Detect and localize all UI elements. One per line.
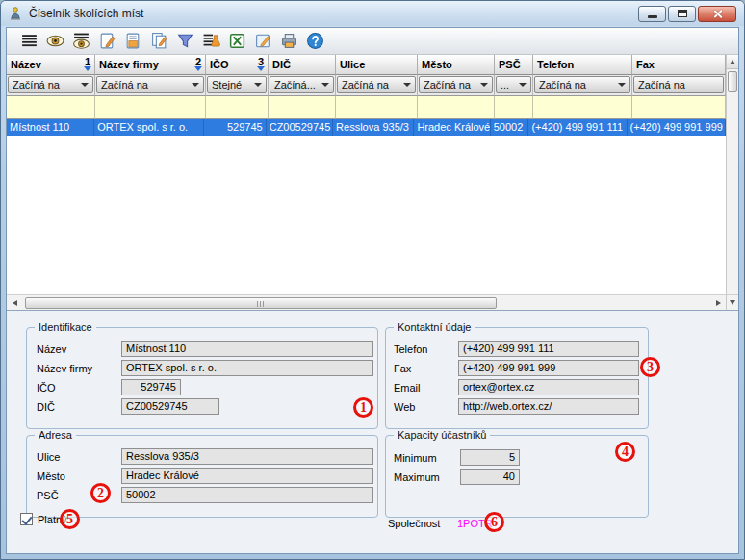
filter-dropdown-nazev-firmy[interactable]: Začíná na — [96, 76, 204, 93]
column-header-psc[interactable]: PSČ — [495, 55, 533, 75]
column-header-mesto[interactable]: Město — [418, 55, 495, 75]
edit-record-button[interactable] — [120, 30, 146, 53]
view-button[interactable] — [42, 30, 68, 53]
cell-telefon[interactable]: (+420) 499 991 111 — [528, 119, 627, 136]
edit-cell[interactable] — [495, 96, 533, 119]
export-excel-button[interactable] — [224, 30, 250, 53]
group-kapacity: Kapacity účastníků Minimum 5 Maximum 40 — [385, 435, 649, 518]
cell-fax[interactable]: (+420) 499 991 999 — [628, 119, 726, 136]
minimize-button[interactable] — [638, 6, 666, 22]
field-label-dic: DIČ — [37, 399, 55, 416]
annotation-4: 4 — [615, 442, 635, 462]
cell-psc[interactable]: 50002 — [491, 119, 529, 136]
vertical-scroll-thumb[interactable] — [728, 71, 737, 92]
cell-ico[interactable]: 529745 — [204, 119, 266, 136]
horizontal-scrollbar[interactable] — [7, 294, 726, 310]
edit-cell[interactable] — [632, 96, 726, 119]
horizontal-scroll-thumb[interactable] — [25, 297, 497, 309]
field-label-mesto: Město — [37, 469, 65, 485]
field-psc[interactable]: 50002 — [121, 487, 373, 503]
maximize-icon — [678, 10, 687, 17]
cell-dic[interactable]: CZ00529745 — [267, 119, 333, 136]
field-fax[interactable]: (+420) 499 991 999 — [458, 360, 639, 376]
view-browse-button[interactable] — [68, 30, 94, 53]
arrow-down-icon — [730, 300, 735, 305]
edit-cell[interactable] — [7, 96, 95, 119]
print-button[interactable] — [276, 30, 302, 53]
excel-icon — [228, 32, 246, 50]
data-grid: Název1 Název firmy2 IČO3 DIČ Ulice Město… — [7, 55, 738, 311]
printer-icon — [280, 32, 298, 50]
column-header-nazev-firmy[interactable]: Název firmy2 — [95, 55, 206, 75]
field-ico[interactable]: 529745 — [121, 379, 181, 395]
field-mesto[interactable]: Hradec Králové — [121, 468, 373, 484]
grid-header-row: Název1 Název firmy2 IČO3 DIČ Ulice Město… — [7, 55, 726, 75]
column-header-ulice[interactable]: Ulice — [336, 55, 418, 75]
vertical-scrollbar[interactable] — [726, 55, 738, 294]
edit-form-button[interactable] — [250, 30, 276, 53]
new-record-button[interactable] — [94, 30, 120, 53]
scroll-right-button[interactable] — [710, 295, 726, 310]
field-dic[interactable]: CZ00529745 — [121, 398, 219, 415]
selected-row[interactable]: Místnost 110 ORTEX spol. s r. o. 529745 … — [7, 119, 726, 136]
column-header-telefon[interactable]: Telefon — [533, 55, 632, 75]
edit-cell[interactable] — [533, 96, 632, 119]
title-bar[interactable]: Číselník školících míst — [1, 1, 744, 26]
filter-dropdown-mesto[interactable]: Začíná na — [419, 76, 493, 93]
edit-cell[interactable] — [206, 96, 269, 119]
field-label-psc: PSČ — [37, 488, 59, 504]
edit-cell[interactable] — [95, 96, 206, 119]
close-button[interactable] — [698, 6, 736, 22]
field-label-nazev: Název — [37, 342, 66, 358]
column-header-fax[interactable]: Fax — [632, 55, 726, 75]
filter-dropdown-nazev[interactable]: Začíná na — [8, 76, 93, 93]
document-pencil-icon — [98, 32, 116, 50]
column-header-dic[interactable]: DIČ — [269, 55, 336, 75]
grid-filter-row: Začíná na Začíná na Stejné Začíná... Zač… — [7, 75, 726, 96]
scroll-down-button[interactable] — [726, 294, 738, 310]
field-web[interactable]: http://web.ortex.cz/ — [458, 398, 639, 415]
field-minimum[interactable]: 5 — [460, 449, 520, 466]
field-nazev-firmy[interactable]: ORTEX spol. s r. o. — [121, 360, 373, 376]
cell-nazev[interactable]: Místnost 110 — [7, 119, 94, 136]
filter-dropdown-ulice[interactable]: Začíná na — [337, 76, 416, 93]
app-window: Číselník školících míst — [0, 0, 745, 560]
chevron-down-icon — [81, 83, 89, 87]
filter-button[interactable] — [172, 30, 198, 53]
chevron-down-icon — [192, 83, 199, 87]
annotation-5: 5 — [60, 509, 80, 529]
field-email[interactable]: ortex@ortex.cz — [458, 379, 639, 395]
help-button[interactable] — [302, 30, 328, 53]
field-ulice[interactable]: Resslova 935/3 — [121, 448, 373, 465]
column-header-ico[interactable]: IČO3 — [206, 55, 269, 75]
row-list-button[interactable] — [16, 30, 42, 53]
cell-mesto[interactable]: Hradec Králové — [414, 119, 490, 136]
field-telefon[interactable]: (+420) 499 991 111 — [458, 341, 639, 357]
filter-dropdown-dic[interactable]: Začíná... — [270, 76, 334, 93]
aggregate-button[interactable] — [198, 30, 224, 53]
edit-cell[interactable] — [336, 96, 418, 119]
cell-ulice[interactable]: Resslova 935/3 — [333, 119, 414, 136]
copy-record-button[interactable] — [146, 30, 172, 53]
cell-nazev-firmy[interactable]: ORTEX spol. s r. o. — [94, 119, 204, 136]
filter-dropdown-psc[interactable]: ... — [496, 76, 531, 93]
chevron-down-icon — [403, 83, 411, 87]
scroll-left-button[interactable] — [7, 295, 22, 310]
edit-cell[interactable] — [418, 96, 495, 119]
filter-dropdown-telefon[interactable]: Začíná na — [534, 76, 630, 93]
platny-checkbox[interactable] — [20, 513, 33, 525]
maximize-button[interactable] — [668, 6, 696, 22]
column-header-nazev[interactable]: Název1 — [7, 55, 95, 75]
field-nazev[interactable]: Místnost 110 — [121, 341, 373, 357]
arrow-up-icon — [730, 60, 735, 64]
scroll-up-button[interactable] — [727, 55, 738, 69]
edit-cell[interactable] — [269, 96, 336, 119]
filter-dropdown-ico[interactable]: Stejné — [207, 76, 267, 93]
spolecnost-row: Společnost 1POTR — [388, 518, 493, 529]
field-maximum[interactable]: 40 — [460, 469, 520, 485]
group-title: Kapacity účastníků — [394, 429, 490, 441]
filter-dropdown-fax[interactable]: Začíná na — [633, 76, 724, 93]
grid-edit-row — [7, 96, 726, 119]
group-identifikace: Identifikace Název Místnost 110 Název fi… — [26, 327, 378, 429]
chevron-down-icon — [618, 83, 626, 87]
